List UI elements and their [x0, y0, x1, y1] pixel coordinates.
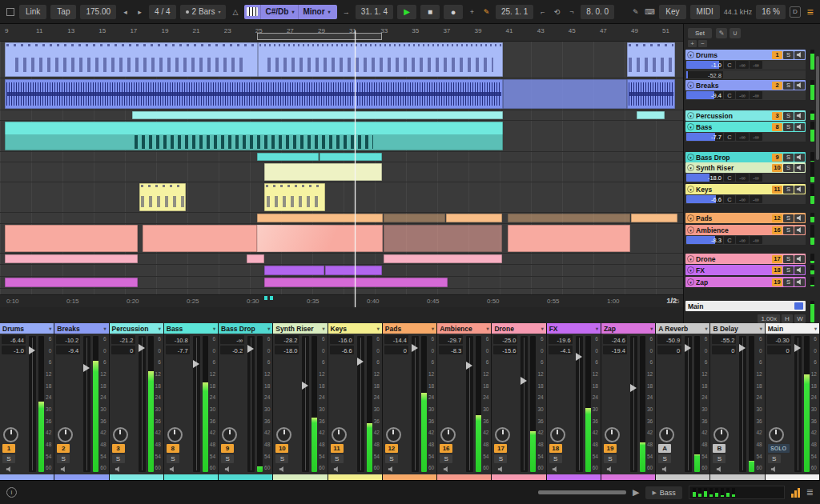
follow-icon[interactable]: → — [341, 6, 352, 18]
send-knob[interactable]: -∞ — [750, 236, 762, 244]
track-header-fx[interactable]: ▾FX18S — [685, 265, 806, 275]
collapse-arrow-icon[interactable]: ▾ — [687, 255, 694, 262]
piano-icon[interactable] — [247, 7, 258, 16]
monitor-icon[interactable] — [794, 112, 805, 120]
peak-value-display[interactable]: -∞ — [220, 335, 244, 344]
pan-knob[interactable]: C — [724, 61, 735, 69]
track-number[interactable]: 11 — [331, 444, 344, 453]
track-lane-zap[interactable] — [0, 277, 683, 289]
collapse-arrow-icon[interactable]: ▾ — [687, 214, 694, 222]
track-lane-synthriser[interactable] — [0, 162, 683, 182]
solo-button[interactable]: S — [385, 454, 398, 463]
monitor-icon[interactable] — [331, 465, 344, 473]
collapse-arrow-icon[interactable]: ▾ — [687, 226, 694, 234]
monitor-icon[interactable] — [658, 465, 671, 473]
track-header-drone[interactable]: ▾Drone17S — [685, 254, 806, 264]
solo-button[interactable]: S — [275, 454, 288, 463]
track-number[interactable]: 17 — [494, 444, 507, 453]
fader-value-display[interactable]: -9.4 — [56, 346, 80, 354]
pan-knob[interactable] — [3, 427, 18, 442]
zoom-width-button[interactable]: W — [794, 314, 806, 323]
track-header-drums[interactable]: ▾Drums1S — [685, 50, 806, 60]
strip-header[interactable]: Percussion▾ — [110, 323, 163, 334]
solo-button[interactable]: S — [221, 454, 234, 463]
track-header-keys[interactable]: ▾Keys11S — [685, 184, 806, 194]
magnet-icon[interactable]: ∪ — [730, 28, 741, 38]
track-number[interactable]: B — [713, 444, 726, 453]
monitor-icon[interactable] — [167, 465, 179, 473]
monitor-icon[interactable] — [794, 266, 805, 274]
monitor-icon[interactable] — [440, 465, 452, 473]
solo-button[interactable]: S — [604, 454, 617, 463]
volume-slider[interactable]: -9.4 — [686, 91, 723, 99]
volume-slider[interactable]: -6.6 — [686, 195, 723, 203]
monitor-icon[interactable] — [794, 164, 805, 172]
track-header-synthriser[interactable]: ▾Synth Riser10S — [685, 162, 806, 173]
pan-knob[interactable] — [440, 427, 456, 442]
track-number[interactable]: 19 — [604, 444, 617, 453]
zoom-level-display[interactable]: 1.00x — [758, 314, 780, 323]
clip-percussion[interactable] — [132, 111, 503, 119]
solo-button[interactable]: S — [783, 112, 794, 120]
options-icon[interactable] — [5, 6, 15, 18]
strip-header[interactable]: Synth Riser▾ — [273, 323, 327, 334]
clip-ambience[interactable] — [257, 225, 383, 252]
monitor-icon[interactable] — [794, 278, 805, 286]
fader-handle[interactable] — [83, 364, 90, 372]
solo-button[interactable]: SOLO — [768, 444, 790, 453]
track-number[interactable]: 2 — [772, 82, 782, 90]
send-knob[interactable]: -∞ — [750, 61, 762, 69]
monitor-icon[interactable] — [794, 255, 805, 263]
clip-drone[interactable] — [247, 254, 264, 263]
clip-pads[interactable] — [631, 214, 677, 222]
fader-handle[interactable] — [193, 360, 199, 368]
fader-value-display[interactable]: -1.0 — [2, 346, 26, 354]
peak-value-display[interactable]: -6.44 — [2, 335, 26, 344]
info-icon[interactable]: i — [6, 487, 17, 498]
track-lane-percussion[interactable] — [0, 110, 683, 121]
time-signature-display[interactable]: 4 / 4 — [149, 5, 175, 19]
overdub-icon[interactable]: + — [467, 6, 477, 18]
clip-breaks[interactable] — [627, 79, 675, 109]
horizontal-scrollbar[interactable] — [538, 490, 626, 494]
fader-handle[interactable] — [139, 344, 145, 352]
pan-knob[interactable] — [769, 427, 784, 442]
volume-fader[interactable] — [576, 336, 583, 472]
link-button[interactable]: Link — [19, 5, 46, 19]
clip-percussion[interactable] — [637, 111, 665, 119]
collapse-arrow-icon[interactable]: ▾ — [687, 51, 694, 58]
monitor-icon[interactable] — [112, 465, 125, 473]
solo-button[interactable]: S — [2, 454, 15, 463]
track-lane-drums[interactable] — [0, 42, 683, 78]
volume-slider[interactable]: -7.7 — [686, 133, 723, 141]
fader-value-display[interactable]: -4.1 — [549, 346, 573, 354]
volume-slider[interactable]: -18.0 — [686, 174, 723, 182]
monitor-icon[interactable] — [794, 214, 805, 222]
scale-root-menu[interactable]: C#/Db▾ — [260, 5, 298, 19]
monitor-icon[interactable] — [549, 465, 562, 473]
stop-button[interactable]: ■ — [420, 5, 440, 19]
strip-header[interactable]: Ambience▾ — [437, 323, 491, 334]
send-knob[interactable]: -∞ — [736, 61, 749, 69]
monitor-icon[interactable] — [2, 465, 15, 473]
clip-ambience[interactable] — [5, 225, 138, 252]
solo-button[interactable]: S — [331, 454, 344, 463]
fader-handle[interactable] — [357, 358, 364, 366]
collapse-arrow-icon[interactable]: ▾ — [486, 326, 488, 331]
collapse-arrow-icon[interactable]: ▾ — [760, 326, 762, 331]
collapse-arrow-icon[interactable]: ▾ — [49, 326, 51, 331]
track-number[interactable]: 1 — [2, 444, 15, 453]
track-number[interactable]: 19 — [772, 278, 782, 286]
clip-fx[interactable] — [264, 266, 324, 275]
loop-start-display[interactable]: 25. 1. 1 — [496, 5, 533, 19]
monitor-icon[interactable] — [768, 465, 781, 473]
peak-value-display[interactable]: -50.9 — [657, 335, 681, 344]
strip-header[interactable]: Pads▾ — [383, 323, 436, 334]
locator-marker[interactable] — [270, 296, 273, 300]
track-lane-fx[interactable] — [0, 265, 683, 277]
solo-button[interactable]: S — [783, 123, 794, 131]
cpu-meter[interactable]: 16 % — [756, 5, 786, 19]
track-lane-keys[interactable] — [0, 182, 683, 213]
strip-header[interactable]: Zap▾ — [601, 323, 655, 334]
clip-drone[interactable] — [5, 254, 138, 263]
